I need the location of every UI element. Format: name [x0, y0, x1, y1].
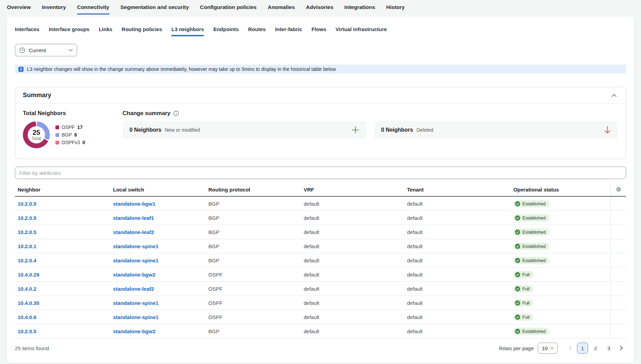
tab-routes[interactable]: Routes: [248, 25, 266, 36]
local-switch-link[interactable]: standalone-bgw2: [113, 272, 155, 278]
cell-local-switch: standalone-leaf1: [110, 211, 205, 225]
items-found-label: 25 items found: [15, 345, 49, 351]
cell-settings: [611, 296, 626, 310]
donut-total-value: 25: [33, 129, 40, 136]
local-switch-link[interactable]: standalone-leaf1: [113, 215, 154, 221]
previous-page-button[interactable]: [565, 343, 575, 354]
time-filter-value: Current: [29, 47, 46, 53]
cell-neighbor: 10.4.0.30: [15, 296, 110, 310]
neighbor-link[interactable]: 10.2.0.5: [18, 201, 36, 207]
tab-interface-groups[interactable]: Interface groups: [49, 25, 90, 36]
cell-local-switch: standalone-bgw2: [110, 268, 205, 282]
cell-settings: [611, 225, 626, 239]
cell-local-switch: standalone-bgw2: [110, 324, 205, 338]
nav-item-overview[interactable]: Overview: [7, 3, 31, 15]
cell-operational-status: Established: [511, 239, 611, 253]
nav-item-advisories[interactable]: Advisories: [306, 3, 333, 15]
check-circle-icon: [515, 230, 520, 235]
cell-settings: [611, 239, 626, 253]
summary-body: Total Neighbors 25 Total OSPF17BGP8OSPFv…: [15, 104, 626, 159]
collapse-summary-button[interactable]: [610, 92, 618, 99]
legend-label: OSPF: [62, 124, 75, 130]
table-row: 10.4.0.2standalone-leaf2OSPFdefaultdefau…: [15, 282, 626, 296]
local-switch-link[interactable]: standalone-spine1: [113, 314, 159, 320]
local-switch-link[interactable]: standalone-spine1: [113, 300, 159, 306]
table-row: 10.4.0.29standalone-bgw2OSPFdefaultdefau…: [15, 268, 626, 282]
rows-per-page-dropdown[interactable]: 10: [538, 343, 558, 354]
nav-item-anomalies[interactable]: Anomalies: [268, 3, 295, 15]
total-neighbors-title: Total Neighbors: [23, 110, 109, 116]
cell-tenant: default: [404, 324, 511, 338]
local-switch-link[interactable]: standalone-bgw2: [113, 328, 155, 334]
gear-icon[interactable]: ⚙: [616, 187, 621, 193]
status-text: Established: [522, 244, 545, 249]
neighbors-donut-chart: 25 Total: [23, 121, 50, 148]
tab-virtual-infrastructure[interactable]: Virtual infrastructure: [336, 25, 387, 36]
neighbor-link[interactable]: 10.4.0.30: [18, 300, 39, 306]
legend-swatch-ospfv3: [55, 141, 59, 144]
check-circle-icon: [515, 329, 520, 334]
summary-panel: Summary Total Neighbors 25 Total OSPF: [15, 87, 626, 159]
cell-tenant: default: [404, 239, 511, 253]
nav-item-inventory[interactable]: Inventory: [42, 3, 66, 15]
time-filter-dropdown[interactable]: Current: [15, 44, 77, 56]
change-count: 0 Neighbors: [381, 127, 413, 133]
next-page-button[interactable]: [616, 343, 626, 354]
cell-local-switch: standalone-spine1: [110, 253, 205, 268]
neighbor-link[interactable]: 10.2.0.1: [18, 243, 36, 249]
page-button-3[interactable]: 3: [603, 343, 614, 354]
cell-local-switch: standalone-spine1: [110, 310, 205, 324]
neighbor-link[interactable]: 10.2.0.5: [18, 215, 36, 221]
status-badge: Established: [513, 200, 549, 207]
tab-flows[interactable]: Flows: [312, 25, 326, 36]
cell-settings: [611, 324, 626, 338]
neighbor-link[interactable]: 10.4.0.2: [18, 286, 36, 292]
column-header-operational-status: Operational status: [511, 184, 611, 196]
status-text: Full: [522, 300, 530, 306]
local-switch-link[interactable]: standalone-leaf2: [113, 229, 154, 235]
page-button-2[interactable]: 2: [590, 343, 601, 354]
neighbor-link[interactable]: 10.2.0.4: [18, 258, 36, 263]
cell-neighbor: 10.2.0.5: [15, 196, 110, 211]
cell-operational-status: Established: [511, 225, 611, 239]
cell-settings: [611, 196, 626, 211]
neighbor-link[interactable]: 10.2.0.5: [18, 229, 36, 235]
nav-item-segmentation-and-security[interactable]: Segmentation and security: [120, 3, 189, 15]
chevron-down-icon: [69, 49, 73, 52]
status-badge: Full: [513, 271, 533, 278]
rows-per-page-value: 10: [542, 345, 548, 351]
info-banner: i L3 neighbor changes will show in the c…: [15, 65, 626, 74]
legend-label: OSPFv3: [62, 140, 80, 145]
tab-endpoints[interactable]: Endpoints: [213, 25, 238, 36]
local-switch-link[interactable]: standalone-bgw1: [113, 201, 155, 207]
tab-l3-neighbors[interactable]: L3 neighbors: [171, 25, 204, 36]
info-circle-icon[interactable]: [173, 111, 179, 116]
cell-tenant: default: [404, 296, 511, 310]
tab-inter-fabric[interactable]: Inter-fabric: [275, 25, 302, 36]
nav-item-history[interactable]: History: [386, 3, 405, 15]
nav-item-connectivity[interactable]: Connectivity: [77, 3, 109, 15]
table-row: 10.2.0.4standalone-spine1BGPdefaultdefau…: [15, 253, 626, 268]
local-switch-link[interactable]: standalone-spine1: [113, 258, 159, 263]
legend-value: 0: [82, 140, 85, 145]
status-text: Established: [522, 215, 545, 221]
neighbor-link[interactable]: 10.4.0.29: [18, 272, 39, 278]
tab-links[interactable]: Links: [99, 25, 112, 36]
neighbor-link[interactable]: 10.2.0.5: [18, 328, 36, 334]
local-switch-link[interactable]: standalone-spine1: [113, 243, 159, 249]
status-text: Full: [522, 315, 530, 320]
cell-neighbor: 10.4.0.29: [15, 268, 110, 282]
nav-item-configuration-policies[interactable]: Configuration policies: [200, 3, 257, 15]
cell-vrf: default: [301, 225, 404, 239]
page-button-1[interactable]: 1: [577, 343, 588, 354]
table-row: 10.2.0.5standalone-leaf2BGPdefaultdefaul…: [15, 225, 626, 239]
tab-routing-policies[interactable]: Routing policies: [122, 25, 162, 36]
cell-vrf: default: [301, 282, 404, 296]
tab-interfaces[interactable]: Interfaces: [15, 25, 39, 36]
neighbor-link[interactable]: 10.4.0.6: [18, 314, 36, 320]
nav-item-integrations[interactable]: Integrations: [344, 3, 375, 15]
local-switch-link[interactable]: standalone-leaf2: [113, 286, 154, 292]
filter-input[interactable]: [15, 167, 626, 179]
cell-neighbor: 10.4.0.6: [15, 310, 110, 324]
cell-neighbor: 10.4.0.2: [15, 282, 110, 296]
